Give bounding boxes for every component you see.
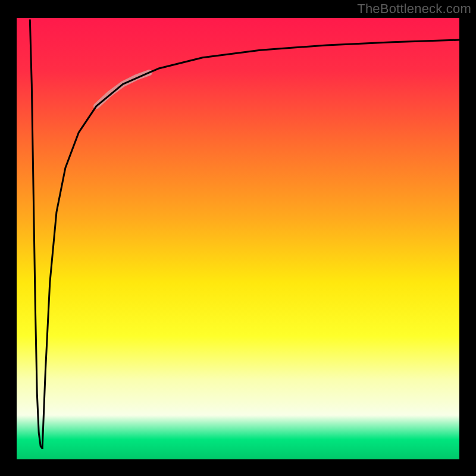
chart-container: TheBottleneck.com — [0, 0, 476, 476]
chart-svg — [0, 0, 476, 476]
attribution-label: TheBottleneck.com — [357, 1, 471, 17]
plot-background — [17, 18, 459, 459]
